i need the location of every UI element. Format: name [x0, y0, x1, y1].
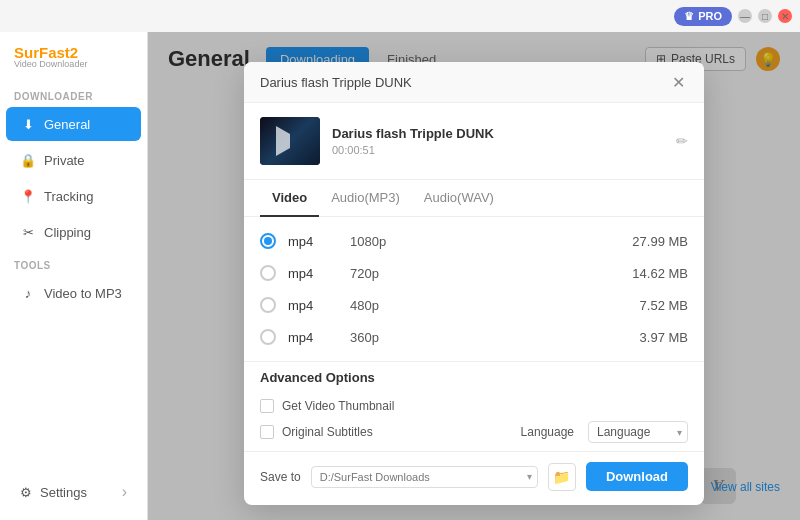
sidebar-item-tracking-label: Tracking	[44, 189, 93, 204]
language-select[interactable]: Language	[588, 421, 688, 443]
modal-overlay: Darius flash Tripple DUNK ✕ Darius flash…	[148, 32, 800, 520]
save-row: Save to D:/SurFast Downloads 📁 Download	[244, 451, 704, 505]
title-bar: ♛ PRO — □ ✕	[0, 0, 800, 32]
tracking-icon: 📍	[20, 188, 36, 204]
sidebar-item-general-label: General	[44, 117, 90, 132]
size-720: 14.62 MB	[618, 266, 688, 281]
sidebar-bottom: ⚙ Settings ›	[0, 464, 147, 520]
pro-label: PRO	[698, 10, 722, 22]
tools-section-label: Tools	[0, 250, 147, 275]
video-name: Darius flash Tripple DUNK	[332, 126, 664, 141]
folder-icon: 📁	[553, 469, 570, 485]
subtitles-option-row: Original Subtitles Language Language	[260, 417, 688, 447]
quality-list: mp4 1080p 27.99 MB mp4 720p 14.62 MB mp4…	[244, 217, 704, 361]
settings-label: Settings	[40, 485, 87, 500]
save-path-wrap: D:/SurFast Downloads	[311, 466, 538, 488]
maximize-button[interactable]: □	[758, 9, 772, 23]
subtitles-checkbox[interactable]	[260, 425, 274, 439]
video-details: Darius flash Tripple DUNK 00:00:51	[332, 126, 664, 156]
sidebar-item-private-label: Private	[44, 153, 84, 168]
sidebar-item-video-to-mp3[interactable]: ♪ Video to MP3	[6, 276, 141, 310]
lock-icon: 🔒	[20, 152, 36, 168]
scissors-icon: ✂	[20, 224, 36, 240]
radio-480[interactable]	[260, 297, 276, 313]
format-720: mp4	[288, 266, 338, 281]
settings-item[interactable]: ⚙ Settings ›	[6, 474, 141, 510]
size-360: 3.97 MB	[618, 330, 688, 345]
save-to-label: Save to	[260, 470, 301, 484]
chevron-right-icon: ›	[122, 483, 127, 501]
download-modal: Darius flash Tripple DUNK ✕ Darius flash…	[244, 62, 704, 505]
sidebar-item-clipping-label: Clipping	[44, 225, 91, 240]
video-duration: 00:00:51	[332, 144, 664, 156]
modal-close-button[interactable]: ✕	[668, 72, 688, 92]
language-select-wrap: Language	[588, 421, 688, 443]
thumbnail-checkbox[interactable]	[260, 399, 274, 413]
advanced-title: Advanced Options	[260, 370, 688, 385]
quality-row-720[interactable]: mp4 720p 14.62 MB	[260, 257, 688, 289]
res-720: 720p	[350, 266, 606, 281]
format-480: mp4	[288, 298, 338, 313]
video-thumbnail	[260, 117, 320, 165]
browse-folder-button[interactable]: 📁	[548, 463, 576, 491]
format-360: mp4	[288, 330, 338, 345]
crown-icon: ♛	[684, 10, 694, 23]
modal-tabs: Video Audio(MP3) Audio(WAV)	[244, 180, 704, 217]
close-button[interactable]: ✕	[778, 9, 792, 23]
logo-subtitle: Video Downloader	[14, 59, 87, 69]
sidebar-item-general[interactable]: ⬇ General	[6, 107, 141, 141]
modal-title: Darius flash Tripple DUNK	[260, 75, 412, 90]
modal-header: Darius flash Tripple DUNK ✕	[244, 62, 704, 103]
advanced-section: Advanced Options Get Video Thumbnail Ori…	[244, 361, 704, 451]
download-button[interactable]: Download	[586, 462, 688, 491]
sidebar-item-tracking[interactable]: 📍 Tracking	[6, 179, 141, 213]
sidebar-item-private[interactable]: 🔒 Private	[6, 143, 141, 177]
video-info-row: Darius flash Tripple DUNK 00:00:51 ✏	[244, 103, 704, 180]
pro-badge[interactable]: ♛ PRO	[674, 7, 732, 26]
download-icon: ⬇	[20, 116, 36, 132]
modal-tab-audio-wav[interactable]: Audio(WAV)	[412, 180, 506, 217]
edit-icon[interactable]: ✏	[676, 133, 688, 149]
res-1080: 1080p	[350, 234, 606, 249]
logo-area: SurFast2 Video Downloader	[0, 32, 147, 81]
res-480: 480p	[350, 298, 606, 313]
sidebar-item-videotomp3-label: Video to MP3	[44, 286, 122, 301]
subtitles-label: Original Subtitles	[282, 425, 513, 439]
size-480: 7.52 MB	[618, 298, 688, 313]
thumbnail-label: Get Video Thumbnail	[282, 399, 688, 413]
format-1080: mp4	[288, 234, 338, 249]
save-path-select[interactable]: D:/SurFast Downloads	[311, 466, 538, 488]
size-1080: 27.99 MB	[618, 234, 688, 249]
sidebar: SurFast2 Video Downloader Downloader ⬇ G…	[0, 0, 148, 520]
settings-icon: ⚙	[20, 485, 32, 500]
radio-360[interactable]	[260, 329, 276, 345]
modal-tab-video[interactable]: Video	[260, 180, 319, 217]
downloader-section-label: Downloader	[0, 81, 147, 106]
modal-tab-audio-mp3[interactable]: Audio(MP3)	[319, 180, 412, 217]
language-label: Language	[521, 425, 574, 439]
minimize-button[interactable]: —	[738, 9, 752, 23]
quality-row-1080[interactable]: mp4 1080p 27.99 MB	[260, 225, 688, 257]
res-360: 360p	[350, 330, 606, 345]
music-icon: ♪	[20, 285, 36, 301]
radio-720[interactable]	[260, 265, 276, 281]
quality-row-360[interactable]: mp4 360p 3.97 MB	[260, 321, 688, 353]
sidebar-item-clipping[interactable]: ✂ Clipping	[6, 215, 141, 249]
quality-row-480[interactable]: mp4 480p 7.52 MB	[260, 289, 688, 321]
thumbnail-option-row: Get Video Thumbnail	[260, 395, 688, 417]
video-thumb-inner	[260, 117, 320, 165]
radio-1080[interactable]	[260, 233, 276, 249]
